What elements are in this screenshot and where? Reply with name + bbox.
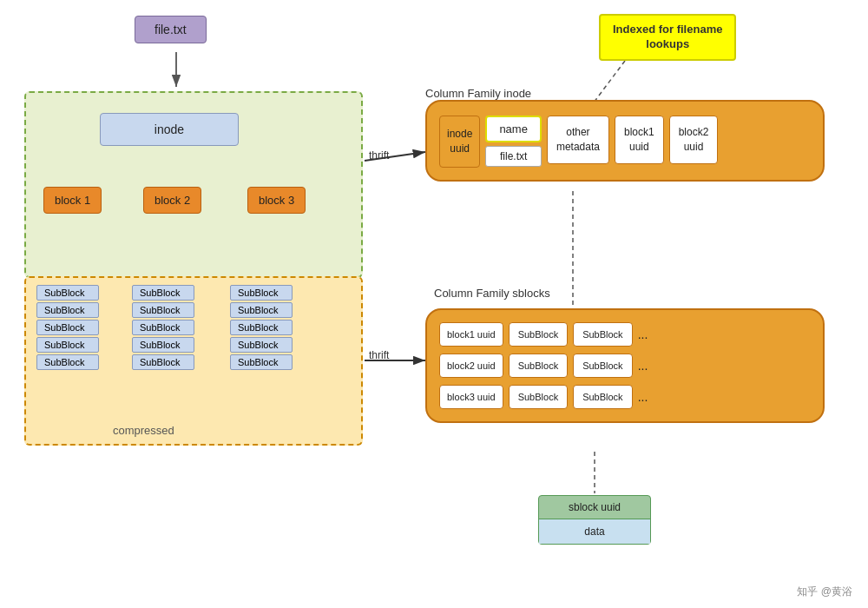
subblock-item: SubBlock <box>230 354 293 370</box>
block1-uuid-cell: block1uuid <box>615 116 664 164</box>
sblock-sub-2a: SubBlock <box>509 354 568 378</box>
subblock-item: SubBlock <box>36 285 99 301</box>
subblock-item: SubBlock <box>36 320 99 335</box>
subblock-item: SubBlock <box>132 302 194 318</box>
sblock-dots-3: ... <box>638 390 648 404</box>
subblock-item: SubBlock <box>230 337 293 353</box>
inode-box: inode <box>100 113 239 146</box>
compressed-label: compressed <box>113 424 174 437</box>
block1-label: block 1 <box>55 194 90 207</box>
subblock-stack-3: SubBlock SubBlock SubBlock SubBlock SubB… <box>230 285 293 372</box>
block1-box: block 1 <box>43 187 102 214</box>
subblock-item: SubBlock <box>230 302 293 318</box>
cf-inode-label: Column Family inode <box>425 87 531 100</box>
subblock-stack-2: SubBlock SubBlock SubBlock SubBlock SubB… <box>132 285 194 372</box>
diagram-container: file.txt Indexed for filenamelookups ino… <box>0 0 868 608</box>
sblock-final-title: sblock uuid <box>539 496 650 519</box>
sblock-sub-1a: SubBlock <box>509 322 568 347</box>
filetxt-value: file.txt <box>485 146 542 167</box>
inode-label: inode <box>155 122 184 136</box>
sblock-sub-3b: SubBlock <box>573 385 632 409</box>
subblock-item: SubBlock <box>132 285 194 301</box>
sblock-uuid-b1: block1 uuid <box>439 322 503 347</box>
file-txt-box: file.txt <box>135 16 207 43</box>
subblock-item: SubBlock <box>230 285 293 301</box>
block2-uuid-cell: block2uuid <box>669 116 719 164</box>
cf-inode-outer: inodeuuid name file.txt othermetadata bl… <box>425 100 825 182</box>
block3-box: block 3 <box>247 187 306 214</box>
subblock-item: SubBlock <box>132 337 194 353</box>
subblock-item: SubBlock <box>230 320 293 335</box>
cf-sblocks-outer: block1 uuid SubBlock SubBlock ... block2… <box>425 308 825 423</box>
thrift-label-1: thrift <box>369 149 389 162</box>
sblock-row-3: block3 uuid SubBlock SubBlock ... <box>439 385 811 409</box>
watermark: 知乎 @黄浴 <box>797 585 852 599</box>
inode-uuid-cell: inodeuuid <box>439 116 480 168</box>
sblock-final-outer: sblock uuid data <box>538 495 651 545</box>
sblock-sub-1b: SubBlock <box>573 322 632 347</box>
sblock-sub-3a: SubBlock <box>509 385 568 409</box>
subblock-item: SubBlock <box>132 354 194 370</box>
file-txt-label: file.txt <box>155 23 187 36</box>
sblock-final-data: data <box>539 519 650 544</box>
other-metadata-cell: othermetadata <box>547 116 609 164</box>
subblock-item: SubBlock <box>132 320 194 335</box>
thrift-label-2: thrift <box>369 349 389 361</box>
sblock-dots-1: ... <box>638 327 648 341</box>
block3-label: block 3 <box>259 194 294 207</box>
subblock-item: SubBlock <box>36 354 99 370</box>
block2-label: block 2 <box>155 194 190 207</box>
name-cell: name file.txt <box>485 116 542 167</box>
indexed-label: Indexed for filenamelookups <box>613 23 722 50</box>
name-inner: name <box>485 116 542 142</box>
sblock-sub-2b: SubBlock <box>573 354 632 378</box>
sblock-uuid-b2: block2 uuid <box>439 354 503 378</box>
subblock-stack-1: SubBlock SubBlock SubBlock SubBlock SubB… <box>36 285 99 372</box>
indexed-box: Indexed for filenamelookups <box>599 14 736 61</box>
cf-sblocks-label: Column Family sblocks <box>434 287 550 300</box>
sblock-row-2: block2 uuid SubBlock SubBlock ... <box>439 354 811 378</box>
subblock-item: SubBlock <box>36 337 99 353</box>
sblock-row-1: block1 uuid SubBlock SubBlock ... <box>439 322 811 347</box>
sblock-uuid-b3: block3 uuid <box>439 385 503 409</box>
sblock-dots-2: ... <box>638 359 648 373</box>
block2-box: block 2 <box>143 187 201 214</box>
subblock-item: SubBlock <box>36 302 99 318</box>
